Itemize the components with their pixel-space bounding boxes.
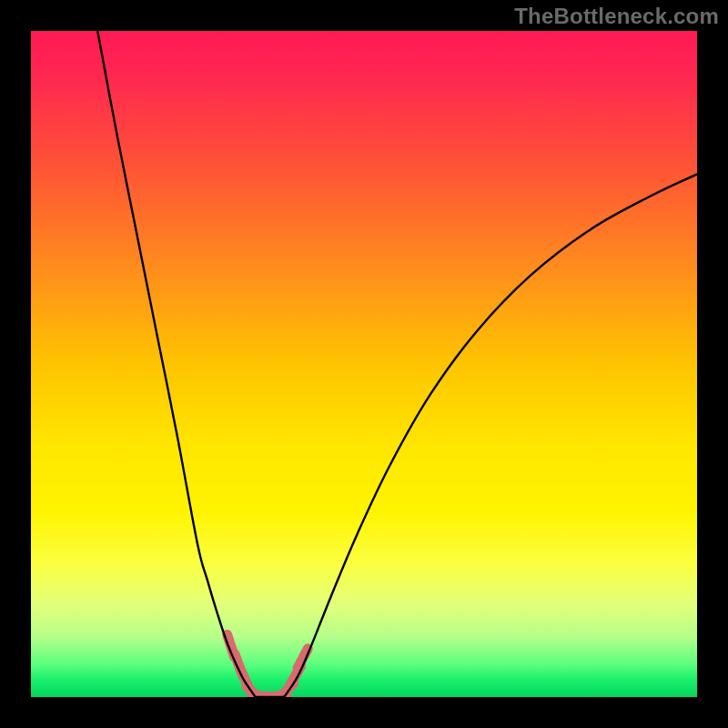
gradient-background <box>31 31 697 697</box>
chart-frame: TheBottleneck.com <box>0 0 728 728</box>
plot-area <box>31 31 697 697</box>
watermark-text: TheBottleneck.com <box>514 4 719 29</box>
chart-svg <box>31 31 697 697</box>
